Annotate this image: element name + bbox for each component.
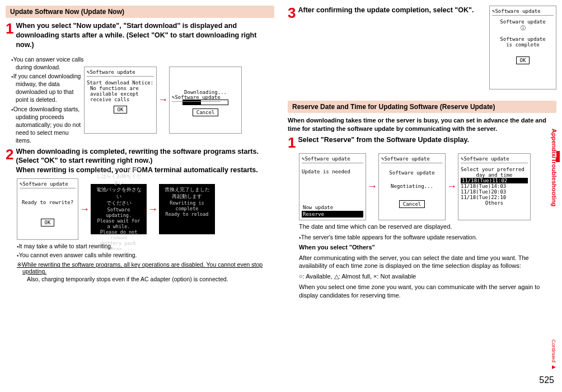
screen-line: 電池パックを外さない [95,187,143,200]
intro-text: When downloading takes time or the serve… [288,116,556,133]
step1-area: 1 When you select "Now update", "Start d… [6,21,274,147]
screen-title: Software update [302,156,363,163]
step-text: When downloading is completed, rewriting… [16,147,274,176]
screen-line: day and time [461,172,528,178]
step-number: 3 [288,6,296,20]
step-text: After confirming the update completion, … [298,6,489,20]
screen-line: Software updating. [95,207,143,218]
arrow-icon: → [79,204,90,215]
ok-button[interactable]: OK [516,56,530,64]
screen-line: receive calls [87,97,129,102]
screen-line: Select your preferred [461,167,528,172]
screen-title: Software update [381,156,443,163]
body-text: When you select one time zone you want, … [299,283,556,300]
step-number: 1 [288,135,296,150]
screen-line: 書換え完了しました [163,187,211,193]
section-header-update-now: Update Software Now (Update Now) [6,6,274,18]
screen-line: しばらくお待ちください [95,173,143,187]
section-header-reserve: Reserve Date and Time for Updating Softw… [288,101,556,113]
screens-row-2: Software update Ready to rewrite? OK → ソ… [17,178,274,240]
bullets-post: It may take a while to start rewriting. … [17,242,274,259]
bullet: It may take a while to start rewriting. [17,242,274,250]
note-line: ※While rewriting the software programs, … [17,261,263,275]
screen-title: Software update [492,8,554,16]
screen-downloading: Software update Downloading... Cancel [169,67,242,134]
screen-line: available except [87,91,139,97]
step-1-reserve: 1 Select "Reserve" from the Software Upd… [288,135,556,150]
screen-line: Negotiating... [391,183,433,189]
screen-line: Software update [500,36,545,42]
screen-title: Software update [461,156,528,163]
menu-item-selected[interactable]: Reserve [302,211,363,218]
bullet: The server's time table appears for the … [299,233,556,241]
step-1: 1 When you select "Now update", "Start d… [6,21,274,50]
time-option[interactable]: Others [461,200,528,206]
screen-complete-dark: 書換え完了しました 再起動します Rewriting is complete R… [159,184,215,234]
arrow-icon: → [158,94,168,106]
screen-negotiating: Software update Software update Negotiat… [378,153,446,220]
screen-start-download: Software update Start download Notice: N… [84,67,157,134]
arrow-icon: → [447,181,457,192]
screen-line: でください [95,200,143,207]
left-column: Update Software Now (Update Now) 1 When … [6,6,274,386]
screen-line: Update is needed [302,169,350,174]
body-text: After communicating with the server, you… [299,254,556,271]
screen-line: Software update [500,19,545,25]
ok-button[interactable]: OK [41,219,55,226]
cancel-button[interactable]: Cancel [399,200,425,208]
step-text: Select "Reserve" from the Software Updat… [298,135,556,150]
side-tab-marker [556,151,560,162]
page-number: 525 [539,375,554,385]
time-option[interactable]: 11/18(Tue)22:10 [461,195,528,200]
screen-line: Please wait for a while. [95,218,143,229]
step-3: 3 After confirming the update completion… [288,6,489,20]
continued-label: Continued ▶ [551,339,556,370]
bullets-reserve: The server's time table appears for the … [299,233,556,241]
screen-select-time: Software update Select your preferred da… [458,153,531,220]
side-tab: Appendix/Troubleshooting [551,129,558,206]
page: Update Software Now (Update Now) 1 When … [6,6,556,386]
ok-button[interactable]: OK [114,106,128,114]
bullet: Once downloading starts, updating procee… [11,105,84,145]
time-option-selected[interactable]: 11/18(Tue)11:02 [461,178,528,183]
screen-line: Downloading... [184,89,227,95]
screen-line: is complete [506,42,540,48]
screen-title: Software update [20,181,76,188]
screen-line: Ready to reload [163,211,211,217]
screens-row-1: Software update Start download Notice: N… [84,55,242,145]
step-number: 2 [6,147,13,176]
bullets-step1: You can answer voice calls during downlo… [11,55,84,145]
screen-update-needed: Software update Update is needed Now upd… [299,153,366,220]
screen-title: Software update [172,95,221,102]
arrow-icon: → [367,181,377,192]
screen-title: Software update [87,69,154,77]
time-option[interactable]: 11/18(Tue)20:03 [461,189,528,195]
availability-legend: ○: Available, △: Almost full, ×: Not ava… [299,272,556,281]
step-number: 1 [6,21,13,50]
time-option[interactable]: 11/18(Tue)14:03 [461,183,528,189]
body-text: The date and time which can be reserved … [299,223,556,231]
info-icon: ⓘ [521,25,526,32]
screen-line: ソフトウェア更新中 [95,167,143,173]
note-line: Also, charging temporarily stops even if… [17,276,274,282]
screen-line: Rewriting is complete [163,200,211,211]
menu-item[interactable]: Now update [302,204,363,211]
bullet: If you cancel downloading midway, the da… [11,72,84,104]
bullet: You can answer voice calls during downlo… [11,55,84,71]
note-star: ※While rewriting the software programs, … [17,261,274,282]
arrow-icon: → [148,204,158,215]
step-text: When you select "Now update", "Start dow… [16,21,274,50]
screen-line: Ready to rewrite? [22,200,73,205]
screen-line: 再起動します [163,193,211,200]
screen-ready-rewrite: Software update Ready to rewrite? OK [17,178,78,240]
bullet: You cannot even answer calls while rewri… [17,251,274,259]
screen-line: Please do not remove [95,229,143,240]
screen-line: Software update [389,170,434,176]
cancel-button[interactable]: Cancel [193,108,219,116]
screen-line: Start download Notice: [87,80,153,86]
right-column: 3 After confirming the update completion… [288,6,556,386]
subheading: When you select "Others" [299,243,556,252]
screen-line: No functions are [87,86,139,91]
screens-row-reserve: Software update Update is needed Now upd… [299,153,556,220]
screen-update-complete: Software update Software update ⓘ Softwa… [489,6,556,89]
